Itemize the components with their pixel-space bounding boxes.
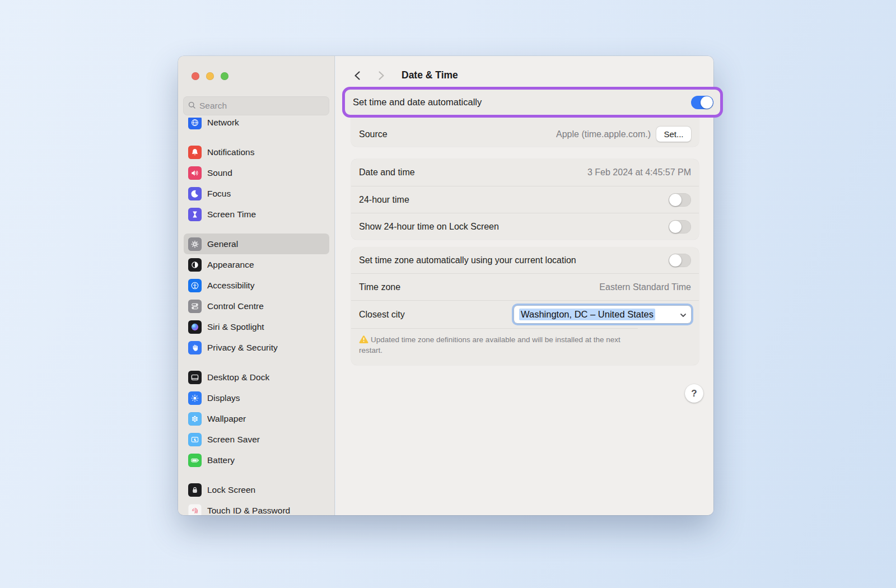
hand-icon [188,341,202,354]
timezone-label: Time zone [359,282,400,292]
source-value: Apple (time.apple.com.) [556,129,651,139]
24-hour-time-toggle[interactable] [669,193,691,207]
sidebar-item-label: Siri & Spotlight [207,322,264,332]
accessibility-icon [188,279,202,292]
speaker-icon [188,166,202,180]
timezone-auto-row: Set time zone automatically using your c… [351,248,699,273]
close-button[interactable] [192,72,199,80]
sidebar-item-label: Network [207,118,239,128]
set-source-button[interactable]: Set... [656,127,691,142]
date-and-time-value: 3 Feb 2024 at 4:45:57 PM [587,167,691,178]
sidebar-item-label: Battery [207,455,235,465]
sidebar-list: Network Notifications Sound Focus [184,118,329,515]
search-field[interactable] [183,96,329,115]
sidebar-item-label: Touch ID & Password [207,506,290,516]
chevron-down-icon [679,311,687,321]
sidebar-item-label: Displays [207,393,240,403]
24-hour-lock-screen-label: Show 24-hour time on Lock Screen [359,222,499,232]
closest-city-row: Closest city Washington, DC – United Sta… [351,300,699,328]
sidebar-item-battery[interactable]: Battery [184,450,329,470]
date-and-time-row: Date and time 3 Feb 2024 at 4:45:57 PM [351,159,699,186]
sidebar-item-privacy-security[interactable]: Privacy & Security [184,337,329,358]
sidebar-item-focus[interactable]: Focus [184,183,329,204]
hourglass-icon [188,208,202,221]
sidebar-item-label: Focus [207,189,231,199]
date-and-time-label: Date and time [359,167,415,178]
source-label: Source [359,129,388,139]
toggles-icon [188,300,202,313]
sidebar-item-label: General [207,239,238,249]
warning-text: Updated time zone definitions are availa… [359,335,620,354]
timezone-auto-label: Set time zone automatically using your c… [359,255,576,265]
sidebar-item-label: Notifications [207,147,254,157]
24-hour-time-label: 24-hour time [359,195,409,205]
sidebar-item-label: Screen Saver [207,435,260,445]
timezone-auto-toggle[interactable] [669,254,691,267]
datetime-card: Date and time 3 Feb 2024 at 4:45:57 PM 2… [351,159,699,240]
fingerprint-icon [188,504,202,516]
back-button[interactable] [351,68,363,85]
24-hour-lock-screen-toggle[interactable] [669,220,691,234]
sidebar-item-screen-saver[interactable]: Screen Saver [184,429,329,450]
sidebar-item-control-centre[interactable]: Control Centre [184,296,329,316]
sidebar-item-screen-time[interactable]: Screen Time [184,204,329,225]
lock-icon [188,483,202,497]
sidebar-item-label: Sound [207,168,232,178]
sidebar-item-label: Appearance [207,260,254,270]
sidebar-item-wallpaper[interactable]: Wallpaper [184,408,329,429]
timezone-card: Set time zone automatically using your c… [351,248,699,365]
appearance-icon [188,258,202,272]
sidebar-item-label: Control Centre [207,301,264,311]
highlight-annotation: Set time and date automatically [342,87,723,118]
toggle-knob [669,221,682,233]
sidebar-item-lock-screen[interactable]: Lock Screen [184,479,329,500]
sidebar-item-accessibility[interactable]: Accessibility [184,275,329,296]
sidebar-item-notifications[interactable]: Notifications [184,142,329,162]
search-input[interactable] [199,101,325,111]
system-settings-window: Network Notifications Sound Focus [178,56,713,515]
auto-datetime-toggle[interactable] [691,96,713,109]
sun-icon [188,391,202,405]
sidebar-item-network[interactable]: Network [184,118,329,133]
sidebar: Network Notifications Sound Focus [178,56,335,515]
sidebar-item-displays[interactable]: Displays [184,388,329,408]
sidebar-item-appearance[interactable]: Appearance [184,254,329,275]
page-title: Date & Time [402,69,458,81]
sidebar-item-label: Screen Time [207,209,256,220]
minimize-button[interactable] [206,72,214,80]
sidebar-group-gap [184,358,329,367]
toggle-knob [701,96,713,109]
battery-icon [188,454,202,467]
bell-icon [188,146,202,159]
sidebar-item-siri-spotlight[interactable]: Siri & Spotlight [184,316,329,337]
timezone-row: Time zone Eastern Standard Time [351,273,699,300]
sidebar-item-label: Wallpaper [207,414,246,424]
moon-icon [188,187,202,200]
flower-icon [188,412,202,426]
forward-button[interactable] [376,68,388,85]
warning-icon [359,335,368,343]
sidebar-group-gap [184,133,329,142]
screensaver-icon [188,433,202,446]
dock-icon [188,371,202,384]
sidebar-item-sound[interactable]: Sound [184,162,329,183]
zoom-button[interactable] [221,72,228,80]
closest-city-dropdown[interactable]: Washington, DC – United States [514,306,691,323]
sidebar-item-label: Desktop & Dock [207,372,269,382]
sidebar-item-general[interactable]: General [184,234,329,254]
24-hour-lock-screen-row: Show 24-hour time on Lock Screen [351,213,699,240]
24-hour-time-row: 24-hour time [351,186,699,213]
desktop-background: Network Notifications Sound Focus [0,0,896,588]
warning-message: Updated time zone definitions are availa… [351,328,638,356]
content-pane: Date & Time Source Apple (time.apple.com… [335,56,713,515]
sidebar-item-desktop-dock[interactable]: Desktop & Dock [184,367,329,388]
gear-icon [188,237,202,251]
sidebar-item-touch-id-password[interactable]: Touch ID & Password [184,500,329,515]
auto-datetime-label: Set time and date automatically [353,97,691,108]
toggle-knob [669,194,682,206]
toggle-knob [669,254,682,267]
timezone-value: Eastern Standard Time [599,282,691,292]
sidebar-group-gap [184,225,329,234]
help-button[interactable]: ? [685,384,703,403]
sidebar-item-label: Lock Screen [207,485,255,495]
